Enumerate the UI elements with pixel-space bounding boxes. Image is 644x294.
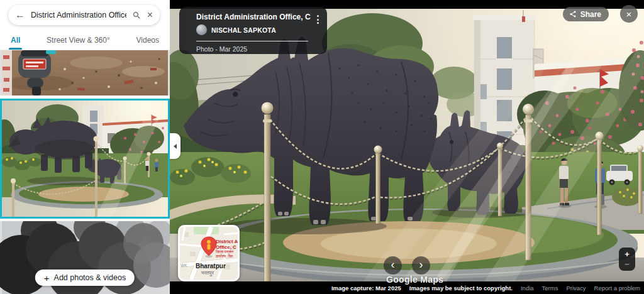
- footer-link-privacy[interactable]: Privacy: [566, 285, 586, 291]
- search-bar[interactable]: ← ×: [8, 5, 160, 25]
- author-row: NISCHAL SAPKOTA: [196, 24, 276, 35]
- copyright-notice: Images may be subject to copyright.: [409, 285, 513, 291]
- tab-all[interactable]: All: [11, 30, 20, 50]
- next-photo-button[interactable]: ›: [412, 256, 430, 275]
- author-name[interactable]: NISCHAL SAPKOTA: [211, 26, 276, 34]
- map-poi-line2: Office, C: [216, 244, 236, 250]
- tab-videos[interactable]: Videos: [136, 30, 159, 50]
- back-arrow-icon[interactable]: ←: [15, 10, 25, 20]
- footer-link-terms[interactable]: Terms: [542, 285, 558, 291]
- collapse-arrow-icon: [174, 144, 177, 149]
- share-label: Share: [580, 10, 601, 19]
- clear-search-icon[interactable]: ×: [147, 10, 153, 20]
- bystander: [2, 50, 12, 95]
- search-header: ← ×: [0, 0, 170, 30]
- magnifier-glyph: [132, 11, 142, 20]
- photo-info-card: District Administration Office, Chit... …: [179, 7, 327, 54]
- photo-thumbnail-ground[interactable]: [0, 50, 170, 95]
- map-city-label: Bharatpur: [196, 263, 226, 270]
- card-divider: [196, 41, 308, 41]
- search-input[interactable]: [31, 11, 126, 19]
- thumbnail-rhino-art: [2, 101, 168, 217]
- sidebar-collapse-handle[interactable]: [170, 133, 180, 159]
- map-road-label: WK: [180, 263, 187, 268]
- photo-title[interactable]: District Administration Office, Chit...: [196, 13, 311, 21]
- tab-street-view-360[interactable]: Street View & 360°: [47, 30, 110, 50]
- minimap-art: District A Office, C जिल्ला प्रशासन कार्…: [180, 227, 238, 280]
- photo-thumbnail-list: [0, 50, 170, 294]
- tab-street-view-label: Street View & 360°: [47, 36, 110, 45]
- add-photos-button[interactable]: + Add photos & videos: [35, 270, 135, 286]
- close-button[interactable]: ×: [620, 5, 638, 23]
- footer-link-report-problem[interactable]: Report a problem: [594, 285, 640, 291]
- sidebar: ← × All Street View & 360° Videos: [0, 0, 170, 294]
- thumbnail-ground-art: [0, 50, 170, 95]
- capture-date: Image capture: Mar 2025: [331, 285, 401, 291]
- zoom-in-button[interactable]: +: [621, 249, 633, 259]
- photo-thumbnail-rhino-selected[interactable]: [0, 99, 170, 219]
- search-icon[interactable]: [132, 11, 142, 20]
- results-tabs: All Street View & 360° Videos: [0, 30, 170, 50]
- map-poi-line1: District A: [216, 239, 238, 244]
- more-options-icon[interactable]: [314, 14, 321, 25]
- add-photos-label: Add photos & videos: [54, 273, 126, 282]
- photo-date: Photo - Mar 2025: [196, 45, 247, 53]
- tab-all-label: All: [11, 36, 20, 45]
- previous-photo-button[interactable]: ‹: [384, 256, 402, 275]
- tab-active-indicator: [9, 48, 22, 50]
- footer-link-india[interactable]: India: [521, 285, 534, 291]
- tab-videos-label: Videos: [136, 36, 159, 45]
- footer: Image capture: Mar 2025 Images may be su…: [331, 281, 640, 294]
- map-poi-line4: कार्यालय, चित: [215, 254, 233, 258]
- minimap[interactable]: District A Office, C जिल्ला प्रशासन कार्…: [178, 225, 240, 281]
- share-button[interactable]: Share: [563, 7, 609, 21]
- share-icon: [569, 10, 577, 18]
- zoom-control: + −: [619, 248, 635, 271]
- map-poi-line3: जिल्ला प्रशासन: [215, 249, 234, 254]
- plus-icon: +: [44, 273, 50, 283]
- photo-viewer: District Administration Office, Chit... …: [170, 0, 644, 294]
- map-city-local-label: भरतपुर: [201, 270, 214, 276]
- avatar[interactable]: [196, 24, 207, 35]
- zoom-out-button[interactable]: −: [621, 259, 633, 269]
